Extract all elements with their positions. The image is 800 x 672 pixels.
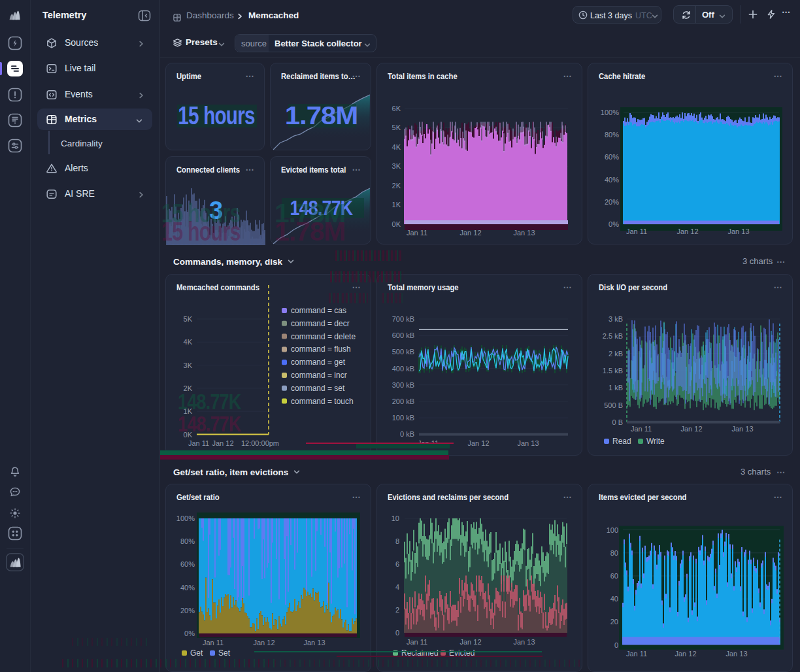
svg-text:200 kB: 200 kB <box>392 397 414 405</box>
svg-text:Jan 12: Jan 12 <box>676 227 698 235</box>
svg-text:0%: 0% <box>608 220 619 228</box>
svg-text:Jan 11: Jan 11 <box>626 227 647 235</box>
svg-text:100 kB: 100 kB <box>392 414 414 422</box>
svg-text:700 kB: 700 kB <box>392 315 414 323</box>
svg-text:Jan 11: Jan 11 <box>407 638 427 646</box>
svg-text:4K: 4K <box>184 338 193 346</box>
svg-text:Jan 13: Jan 13 <box>725 650 747 658</box>
svg-text:40%: 40% <box>180 584 195 592</box>
svg-text:12:00:00pm: 12:00:00pm <box>241 439 279 447</box>
svg-text:Jan 12: Jan 12 <box>459 638 481 646</box>
svg-text:2.5 kB: 2.5 kB <box>603 332 623 340</box>
svg-text:0%: 0% <box>184 630 195 637</box>
svg-text:command = delete: command = delete <box>291 332 356 341</box>
svg-text:3 kB: 3 kB <box>608 315 623 323</box>
svg-text:300 kB: 300 kB <box>392 381 414 389</box>
svg-text:6K: 6K <box>392 105 401 112</box>
svg-text:20: 20 <box>610 618 618 626</box>
svg-text:80: 80 <box>610 549 618 557</box>
svg-text:Jan 13: Jan 13 <box>513 229 535 237</box>
svg-text:Jan 11: Jan 11 <box>188 439 209 447</box>
svg-text:command = cas: command = cas <box>291 306 346 315</box>
svg-text:2K: 2K <box>392 182 401 190</box>
svg-text:Jan 13: Jan 13 <box>731 425 753 433</box>
svg-text:1 kB: 1 kB <box>608 384 623 392</box>
svg-text:Jan 11: Jan 11 <box>407 229 427 237</box>
svg-text:Jan 12: Jan 12 <box>680 425 702 433</box>
svg-text:Jan 11: Jan 11 <box>626 650 647 658</box>
svg-text:0K: 0K <box>392 220 401 228</box>
svg-text:command = incr: command = incr <box>291 371 347 380</box>
svg-text:60%: 60% <box>605 153 619 161</box>
svg-text:Read: Read <box>612 437 631 446</box>
svg-text:Jan 12: Jan 12 <box>675 650 696 658</box>
svg-text:3K: 3K <box>184 361 193 369</box>
svg-text:Set: Set <box>218 648 231 658</box>
svg-text:600 kB: 600 kB <box>392 331 414 339</box>
svg-text:0 B: 0 B <box>612 418 623 426</box>
svg-text:Jan 12: Jan 12 <box>253 639 275 647</box>
svg-text:Jan 11: Jan 11 <box>631 425 652 433</box>
svg-text:1K: 1K <box>392 201 401 209</box>
svg-text:command = set: command = set <box>291 384 345 393</box>
svg-text:Jan 13: Jan 13 <box>513 638 535 646</box>
svg-text:0: 0 <box>395 629 399 637</box>
svg-text:0: 0 <box>614 641 618 649</box>
svg-text:100%: 100% <box>176 514 195 522</box>
svg-text:40%: 40% <box>605 176 619 184</box>
svg-text:60: 60 <box>610 572 618 580</box>
svg-text:400 kB: 400 kB <box>392 365 414 373</box>
svg-text:Write: Write <box>646 437 665 446</box>
svg-text:0 kB: 0 kB <box>400 430 414 438</box>
svg-text:4: 4 <box>395 583 399 591</box>
svg-text:command = touch: command = touch <box>291 397 354 406</box>
svg-text:100: 100 <box>607 526 618 534</box>
svg-text:5K: 5K <box>184 315 193 323</box>
svg-text:500 kB: 500 kB <box>392 348 414 356</box>
svg-text:Get: Get <box>190 648 203 658</box>
svg-text:100%: 100% <box>601 109 619 116</box>
svg-text:3K: 3K <box>392 162 401 170</box>
svg-text:Jan 11: Jan 11 <box>203 639 224 647</box>
svg-text:4K: 4K <box>392 143 401 151</box>
svg-text:8: 8 <box>395 537 399 545</box>
svg-text:Jan 13: Jan 13 <box>727 227 749 235</box>
svg-text:2 kB: 2 kB <box>608 350 623 358</box>
svg-text:20%: 20% <box>605 198 619 206</box>
svg-text:command = get: command = get <box>291 358 346 367</box>
svg-text:500 B: 500 B <box>604 401 623 409</box>
svg-text:command = flush: command = flush <box>291 344 351 354</box>
svg-text:20%: 20% <box>180 607 195 614</box>
svg-text:1.5 kB: 1.5 kB <box>603 367 623 375</box>
svg-text:80%: 80% <box>605 131 619 139</box>
svg-text:10: 10 <box>392 514 399 522</box>
svg-text:command = decr: command = decr <box>291 319 350 328</box>
svg-text:Jan 12: Jan 12 <box>459 229 481 237</box>
svg-text:40: 40 <box>610 595 618 603</box>
svg-text:60%: 60% <box>180 560 195 568</box>
svg-text:80%: 80% <box>180 537 195 545</box>
svg-text:Jan 12: Jan 12 <box>212 439 233 447</box>
svg-text:2: 2 <box>395 606 399 614</box>
svg-text:Jan 13: Jan 13 <box>517 439 539 447</box>
svg-text:6: 6 <box>395 560 399 568</box>
svg-text:Jan 12: Jan 12 <box>467 439 489 447</box>
svg-text:Jan 13: Jan 13 <box>303 639 325 647</box>
svg-text:5K: 5K <box>392 124 401 131</box>
